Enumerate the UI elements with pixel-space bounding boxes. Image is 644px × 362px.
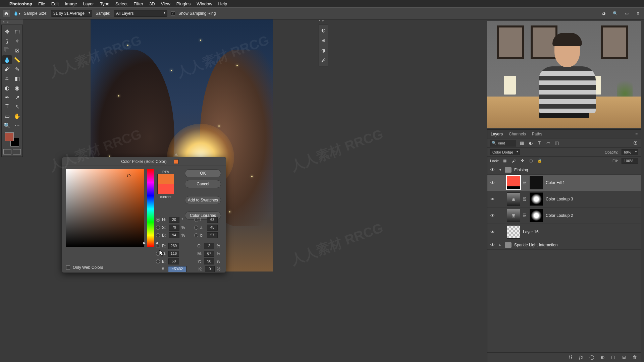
sample-layers-select[interactable]: All Layers: [114, 10, 167, 17]
layer-name[interactable]: Color Lookup 2: [546, 213, 573, 218]
zoom-tool[interactable]: 🔍: [2, 121, 12, 130]
m-input[interactable]: 67: [204, 251, 214, 257]
layer-thumb[interactable]: [507, 176, 520, 189]
layer-color-lookup-3[interactable]: 👁 ⊞ ⛓ Color Lookup 3: [487, 191, 641, 207]
layer-thumb[interactable]: [507, 225, 520, 239]
blend-mode-select[interactable]: Color Dodge: [490, 149, 520, 155]
brush-tool[interactable]: 🖌: [2, 65, 12, 73]
ruler-tool[interactable]: 📏: [12, 55, 22, 64]
color-panel-icon[interactable]: ◐: [320, 27, 326, 33]
crop-tool[interactable]: ⿻: [2, 46, 12, 55]
layer-group-sparkle[interactable]: 👁 ▸ Sparkle Light Interaction: [487, 240, 641, 250]
type-tool[interactable]: T: [2, 102, 12, 111]
menu-3d[interactable]: 3D: [149, 1, 155, 6]
fx-icon[interactable]: ƒx: [578, 354, 584, 360]
menu-layer[interactable]: Layer: [83, 1, 94, 6]
layer-thumb[interactable]: ⊞: [507, 192, 520, 206]
hex-input[interactable]: ef7432: [168, 266, 186, 272]
foreground-swatch[interactable]: [5, 132, 14, 141]
rgb-g-radio[interactable]: [156, 252, 160, 256]
screenmode-toggle[interactable]: [13, 149, 21, 155]
layer-name[interactable]: Color Lookup 3: [546, 197, 573, 201]
visibility-toggle[interactable]: 👁: [489, 213, 495, 218]
menu-image[interactable]: Image: [65, 1, 77, 6]
lock-paint-icon[interactable]: 🖌: [511, 158, 516, 164]
filter-smart-icon[interactable]: ◫: [554, 140, 560, 146]
share-icon[interactable]: ⇪: [635, 10, 641, 17]
color-swatches[interactable]: [5, 132, 19, 146]
h-input[interactable]: 20: [169, 217, 179, 223]
mask-icon[interactable]: ◯: [589, 354, 595, 360]
doc-tab-strip[interactable]: ×«: [1, 19, 23, 24]
lab-l-radio[interactable]: [194, 218, 198, 222]
search-icon[interactable]: 🔍: [612, 10, 619, 17]
cancel-button[interactable]: Cancel: [185, 180, 221, 188]
filter-adjust-icon[interactable]: ◐: [528, 140, 534, 146]
frame-tool[interactable]: ⊠: [12, 46, 22, 55]
lock-trans-icon[interactable]: ▦: [502, 158, 507, 164]
websafe-swatch[interactable]: [174, 159, 178, 164]
a-input[interactable]: 45: [207, 225, 218, 231]
quickmask-toggle[interactable]: [3, 149, 11, 155]
hand-tool[interactable]: ✋: [12, 112, 22, 120]
delete-icon[interactable]: 🗑: [632, 354, 638, 360]
menu-select[interactable]: Select: [115, 1, 127, 6]
mask-link-icon[interactable]: ⛓: [523, 213, 527, 218]
layer-name[interactable]: Sparkle Light Interaction: [514, 243, 557, 247]
brushes-panel-icon[interactable]: 🖌: [320, 57, 326, 63]
web-colors-checkbox[interactable]: [66, 265, 70, 269]
labb-input[interactable]: 57: [207, 232, 218, 238]
color-field-marker[interactable]: [127, 174, 130, 177]
marquee-tool[interactable]: ⬚: [12, 27, 22, 36]
filter-shape-icon[interactable]: ▱: [545, 140, 551, 146]
filter-pixel-icon[interactable]: ▦: [519, 140, 525, 146]
hue-marker[interactable]: [145, 242, 156, 245]
visibility-toggle[interactable]: 👁: [489, 197, 495, 202]
blur-tool[interactable]: ◉: [12, 83, 22, 92]
menu-view[interactable]: View: [161, 1, 170, 6]
adjustment-icon[interactable]: ◐: [599, 354, 605, 360]
hsb-b-radio[interactable]: [156, 233, 160, 237]
menu-window[interactable]: Window: [197, 1, 212, 6]
layer-filter-select[interactable]: 🔍Kind: [490, 140, 516, 146]
adjustments-panel-icon[interactable]: ◑: [320, 47, 326, 53]
y-input[interactable]: 90: [204, 258, 214, 264]
app-name[interactable]: Photoshop: [9, 1, 32, 6]
s-input[interactable]: 79: [169, 225, 179, 231]
link-layers-icon[interactable]: ⛓: [567, 354, 573, 360]
g-input[interactable]: 116: [168, 251, 179, 257]
menu-plugins[interactable]: Plugins: [176, 1, 191, 6]
layer-layer-16[interactable]: 👁 Layer 16: [487, 224, 641, 240]
menu-type[interactable]: Type: [100, 1, 109, 6]
ok-button[interactable]: OK: [185, 169, 221, 177]
pencil-tool[interactable]: ✎: [12, 65, 22, 73]
visibility-toggle[interactable]: 👁: [489, 180, 495, 185]
current-color-swatch[interactable]: [158, 184, 174, 194]
layer-thumb[interactable]: ⊞: [507, 209, 520, 222]
direct-select-tool[interactable]: ↖: [12, 102, 22, 111]
magic-wand-tool[interactable]: ✧: [12, 37, 22, 45]
c-input[interactable]: 2: [204, 243, 214, 249]
gradient-tool[interactable]: ◐: [2, 83, 12, 92]
rgb-b-radio[interactable]: [156, 259, 160, 263]
path-tool[interactable]: ↗: [12, 93, 22, 102]
opacity-input[interactable]: 69%: [622, 149, 638, 155]
eyedropper-tool[interactable]: 💧: [2, 55, 12, 64]
color-field[interactable]: [66, 169, 144, 247]
menu-edit[interactable]: Edit: [51, 1, 59, 6]
filter-type-icon[interactable]: T: [536, 140, 542, 146]
menu-help[interactable]: Help: [218, 1, 227, 6]
home-button[interactable]: [3, 10, 10, 17]
cloud-docs-icon[interactable]: ◕: [600, 10, 607, 17]
mask-link-icon[interactable]: ⛓: [523, 180, 527, 185]
eraser-tool[interactable]: ◧: [12, 74, 22, 83]
lasso-tool[interactable]: ⟆: [2, 37, 12, 45]
mask-link-icon[interactable]: ⛓: [523, 197, 527, 201]
lock-all-icon[interactable]: 🔒: [537, 158, 542, 164]
filter-toggle-icon[interactable]: ⦿: [632, 140, 638, 146]
more-tools[interactable]: ⋯: [12, 121, 22, 130]
move-tool[interactable]: ✥: [2, 27, 12, 36]
add-swatches-button[interactable]: Add to Swatches: [185, 196, 221, 204]
hue-slider[interactable]: [147, 169, 154, 247]
menu-filter[interactable]: Filter: [133, 1, 143, 6]
